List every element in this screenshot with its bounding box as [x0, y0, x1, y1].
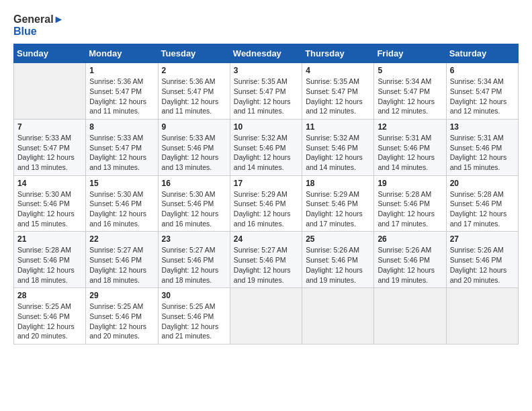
- day-number: 14: [17, 179, 82, 188]
- calendar-cell: 21Sunrise: 5:28 AMSunset: 5:46 PMDayligh…: [14, 232, 86, 288]
- day-number: 8: [89, 122, 154, 132]
- calendar-cell: [374, 288, 446, 345]
- calendar-cell: 17Sunrise: 5:29 AMSunset: 5:46 PMDayligh…: [230, 175, 302, 232]
- calendar-cell: 22Sunrise: 5:27 AMSunset: 5:46 PMDayligh…: [86, 232, 158, 288]
- calendar-header-row: SundayMondayTuesdayWednesdayThursdayFrid…: [14, 44, 519, 63]
- day-info: Sunrise: 5:36 AMSunset: 5:47 PMDaylight:…: [162, 77, 226, 116]
- day-number: 12: [378, 122, 442, 132]
- column-header-saturday: Saturday: [446, 44, 518, 63]
- calendar-cell: 30Sunrise: 5:25 AMSunset: 5:46 PMDayligh…: [158, 288, 230, 345]
- calendar-week-row: 1Sunrise: 5:36 AMSunset: 5:47 PMDaylight…: [14, 63, 519, 120]
- day-info: Sunrise: 5:27 AMSunset: 5:46 PMDaylight:…: [89, 245, 154, 285]
- calendar-cell: [302, 288, 374, 345]
- day-number: 29: [89, 291, 154, 300]
- calendar-cell: 13Sunrise: 5:31 AMSunset: 5:46 PMDayligh…: [446, 119, 518, 175]
- day-info: Sunrise: 5:30 AMSunset: 5:46 PMDaylight:…: [17, 189, 82, 229]
- day-info: Sunrise: 5:28 AMSunset: 5:46 PMDaylight:…: [378, 189, 442, 229]
- calendar-week-row: 21Sunrise: 5:28 AMSunset: 5:46 PMDayligh…: [14, 232, 519, 288]
- day-number: 1: [89, 66, 154, 75]
- day-number: 18: [306, 179, 370, 188]
- day-number: 6: [450, 66, 515, 75]
- calendar-cell: 24Sunrise: 5:27 AMSunset: 5:46 PMDayligh…: [230, 232, 302, 288]
- day-number: 7: [17, 122, 82, 132]
- calendar-cell: 15Sunrise: 5:30 AMSunset: 5:46 PMDayligh…: [86, 175, 158, 232]
- calendar-cell: 6Sunrise: 5:34 AMSunset: 5:47 PMDaylight…: [446, 63, 518, 120]
- calendar-week-row: 14Sunrise: 5:30 AMSunset: 5:46 PMDayligh…: [14, 175, 519, 232]
- calendar-cell: [14, 63, 86, 120]
- calendar-cell: 28Sunrise: 5:25 AMSunset: 5:46 PMDayligh…: [14, 288, 86, 345]
- calendar-cell: [230, 288, 302, 345]
- calendar-cell: 12Sunrise: 5:31 AMSunset: 5:46 PMDayligh…: [374, 119, 446, 175]
- calendar-cell: 16Sunrise: 5:30 AMSunset: 5:46 PMDayligh…: [158, 175, 230, 232]
- day-info: Sunrise: 5:25 AMSunset: 5:46 PMDaylight:…: [89, 302, 154, 341]
- day-number: 26: [378, 234, 442, 244]
- calendar-week-row: 7Sunrise: 5:33 AMSunset: 5:47 PMDaylight…: [14, 119, 519, 175]
- day-number: 15: [89, 179, 154, 188]
- calendar-cell: 2Sunrise: 5:36 AMSunset: 5:47 PMDaylight…: [158, 63, 230, 120]
- day-number: 11: [306, 122, 370, 132]
- day-info: Sunrise: 5:26 AMSunset: 5:46 PMDaylight:…: [306, 245, 370, 285]
- day-info: Sunrise: 5:25 AMSunset: 5:46 PMDaylight:…: [162, 302, 226, 341]
- day-info: Sunrise: 5:26 AMSunset: 5:46 PMDaylight:…: [378, 245, 442, 285]
- day-info: Sunrise: 5:27 AMSunset: 5:46 PMDaylight:…: [162, 245, 226, 285]
- calendar-cell: 1Sunrise: 5:36 AMSunset: 5:47 PMDaylight…: [86, 63, 158, 120]
- day-info: Sunrise: 5:35 AMSunset: 5:47 PMDaylight:…: [306, 77, 370, 116]
- day-info: Sunrise: 5:30 AMSunset: 5:46 PMDaylight:…: [162, 189, 226, 229]
- day-info: Sunrise: 5:34 AMSunset: 5:47 PMDaylight:…: [450, 77, 515, 116]
- calendar-cell: 9Sunrise: 5:33 AMSunset: 5:46 PMDaylight…: [158, 119, 230, 175]
- day-number: 4: [306, 66, 370, 75]
- day-number: 5: [378, 66, 442, 75]
- day-number: 25: [306, 234, 370, 244]
- calendar-cell: 26Sunrise: 5:26 AMSunset: 5:46 PMDayligh…: [374, 232, 446, 288]
- day-info: Sunrise: 5:33 AMSunset: 5:47 PMDaylight:…: [17, 133, 82, 173]
- day-info: Sunrise: 5:28 AMSunset: 5:46 PMDaylight:…: [450, 189, 515, 229]
- column-header-tuesday: Tuesday: [158, 44, 230, 63]
- logo: General► Blue: [13, 13, 64, 37]
- day-number: 23: [162, 234, 226, 244]
- calendar-cell: 5Sunrise: 5:34 AMSunset: 5:47 PMDaylight…: [374, 63, 446, 120]
- day-info: Sunrise: 5:29 AMSunset: 5:46 PMDaylight:…: [234, 189, 298, 229]
- calendar-week-row: 28Sunrise: 5:25 AMSunset: 5:46 PMDayligh…: [14, 288, 519, 345]
- calendar-cell: 29Sunrise: 5:25 AMSunset: 5:46 PMDayligh…: [86, 288, 158, 345]
- day-info: Sunrise: 5:33 AMSunset: 5:47 PMDaylight:…: [89, 133, 154, 173]
- day-info: Sunrise: 5:35 AMSunset: 5:47 PMDaylight:…: [234, 77, 298, 116]
- day-number: 28: [17, 291, 82, 300]
- day-number: 22: [89, 234, 154, 244]
- day-number: 13: [450, 122, 515, 132]
- calendar-table: SundayMondayTuesdayWednesdayThursdayFrid…: [13, 44, 519, 345]
- calendar-cell: 20Sunrise: 5:28 AMSunset: 5:46 PMDayligh…: [446, 175, 518, 232]
- day-info: Sunrise: 5:31 AMSunset: 5:46 PMDaylight:…: [450, 133, 515, 173]
- calendar-cell: 11Sunrise: 5:32 AMSunset: 5:46 PMDayligh…: [302, 119, 374, 175]
- day-info: Sunrise: 5:26 AMSunset: 5:46 PMDaylight:…: [450, 245, 515, 285]
- calendar-cell: 14Sunrise: 5:30 AMSunset: 5:46 PMDayligh…: [14, 175, 86, 232]
- calendar-cell: 27Sunrise: 5:26 AMSunset: 5:46 PMDayligh…: [446, 232, 518, 288]
- day-info: Sunrise: 5:32 AMSunset: 5:46 PMDaylight:…: [234, 133, 298, 173]
- column-header-thursday: Thursday: [302, 44, 374, 63]
- day-number: 24: [234, 234, 298, 244]
- day-info: Sunrise: 5:27 AMSunset: 5:46 PMDaylight:…: [234, 245, 298, 285]
- day-number: 27: [450, 234, 515, 244]
- day-number: 30: [162, 291, 226, 300]
- day-info: Sunrise: 5:32 AMSunset: 5:46 PMDaylight:…: [306, 133, 370, 173]
- day-number: 21: [17, 234, 82, 244]
- calendar-cell: 18Sunrise: 5:29 AMSunset: 5:46 PMDayligh…: [302, 175, 374, 232]
- day-number: 19: [378, 179, 442, 188]
- calendar-cell: 19Sunrise: 5:28 AMSunset: 5:46 PMDayligh…: [374, 175, 446, 232]
- calendar-cell: 3Sunrise: 5:35 AMSunset: 5:47 PMDaylight…: [230, 63, 302, 120]
- calendar-cell: 7Sunrise: 5:33 AMSunset: 5:47 PMDaylight…: [14, 119, 86, 175]
- day-info: Sunrise: 5:33 AMSunset: 5:46 PMDaylight:…: [162, 133, 226, 173]
- day-info: Sunrise: 5:31 AMSunset: 5:46 PMDaylight:…: [378, 133, 442, 173]
- calendar-cell: [446, 288, 518, 345]
- calendar-cell: 25Sunrise: 5:26 AMSunset: 5:46 PMDayligh…: [302, 232, 374, 288]
- day-info: Sunrise: 5:34 AMSunset: 5:47 PMDaylight:…: [378, 77, 442, 116]
- logo-text: General► Blue: [13, 13, 64, 37]
- day-number: 2: [162, 66, 226, 75]
- day-info: Sunrise: 5:30 AMSunset: 5:46 PMDaylight:…: [89, 189, 154, 229]
- column-header-friday: Friday: [374, 44, 446, 63]
- calendar-cell: 8Sunrise: 5:33 AMSunset: 5:47 PMDaylight…: [86, 119, 158, 175]
- day-number: 20: [450, 179, 515, 188]
- day-number: 16: [162, 179, 226, 188]
- day-info: Sunrise: 5:36 AMSunset: 5:47 PMDaylight:…: [89, 77, 154, 116]
- day-info: Sunrise: 5:28 AMSunset: 5:46 PMDaylight:…: [17, 245, 82, 285]
- day-number: 3: [234, 66, 298, 75]
